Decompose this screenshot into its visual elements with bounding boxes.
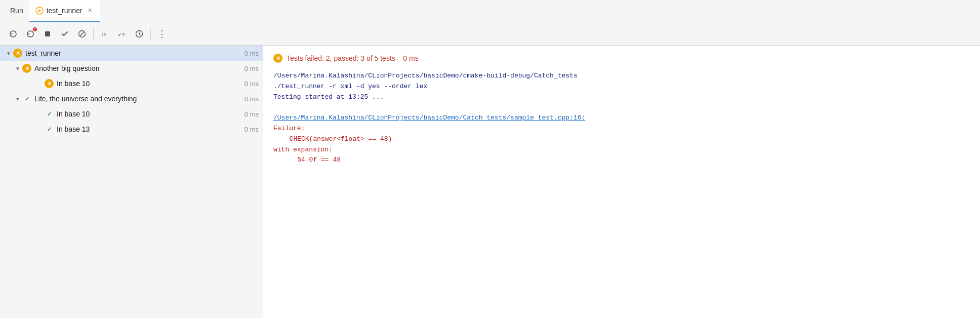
output-line-command: ./test_runner -r xml -d yes --order lex xyxy=(273,82,970,92)
tree-item-life-base10[interactable]: ✓ In base 10 0 ms xyxy=(0,106,263,122)
rerun-button[interactable] xyxy=(5,26,21,42)
pass-icon-base13: ✓ xyxy=(45,125,54,134)
status-header: ✕ Tests failed: 2, passed: 3 of 5 tests … xyxy=(273,54,970,63)
tree-item-root[interactable]: ▾ ✕ test_runner 0 ms xyxy=(0,46,263,61)
tab-close-button[interactable]: ✕ xyxy=(86,6,94,15)
tab-run[interactable]: Run xyxy=(4,0,29,22)
fail-icon-another: ✕ xyxy=(22,64,31,73)
tree-item-root-label: test_runner xyxy=(25,49,233,57)
tree-item-life[interactable]: ▾ ✓ Life, the universe and everything 0 … xyxy=(0,91,263,106)
output-line-blank xyxy=(273,102,970,113)
toolbar: ! ↕≡ ↙≡ ⋮ xyxy=(0,22,980,46)
main-content: ▾ ✕ test_runner 0 ms ▾ ✕ Another big que… xyxy=(0,46,980,318)
chevron-expanded-icon-3: ▾ xyxy=(13,94,22,103)
tab-run-label: Run xyxy=(10,7,23,15)
tree-item-life-base10-label: In base 10 xyxy=(57,110,233,118)
more-button[interactable]: ⋮ xyxy=(154,26,170,42)
pass-icon-base10: ✓ xyxy=(45,109,54,118)
chevron-expanded-icon: ▾ xyxy=(4,49,13,58)
tree-item-another-base10-label: In base 10 xyxy=(57,80,233,88)
output-line-path: /Users/Marina.Kalashina/CLionProjects/ba… xyxy=(273,71,970,82)
output-line-expansion-label: with expansion: xyxy=(273,145,970,155)
status-fail-icon: ✕ xyxy=(273,54,282,63)
tab-bar: Run test_runner ✕ xyxy=(0,0,980,22)
stop-button[interactable] xyxy=(39,26,56,42)
tree-item-root-time: 0 ms xyxy=(233,50,259,57)
sort-tree-button[interactable]: ↙≡ xyxy=(114,26,130,42)
tree-item-another-big-question[interactable]: ▾ ✕ Another big question 0 ms xyxy=(0,61,263,76)
history-button[interactable] xyxy=(131,26,147,42)
svg-text:↙≡: ↙≡ xyxy=(118,32,125,37)
output-line-link[interactable]: /Users/Marina.Kalashina/CLionProjects/ba… xyxy=(273,113,970,124)
output-line-expansion-value: 54.0f == 48 xyxy=(273,155,970,166)
output-line-failure-label: Failure: xyxy=(273,124,970,134)
sort-alpha-button[interactable]: ↕≡ xyxy=(97,26,113,42)
tab-test-runner-label: test_runner xyxy=(47,7,83,15)
runner-icon xyxy=(35,7,44,15)
tree-item-life-label: Life, the universe and everything xyxy=(34,95,233,103)
filter-pass-button[interactable] xyxy=(57,26,73,42)
tab-test-runner[interactable]: test_runner ✕ xyxy=(29,0,100,22)
output-lines: /Users/Marina.Kalashina/CLionProjects/ba… xyxy=(273,71,970,166)
fail-icon-base10: ✕ xyxy=(45,79,54,88)
tree-item-another-label: Another big question xyxy=(34,64,233,72)
fail-icon-root: ✕ xyxy=(13,49,22,58)
toolbar-separator-1 xyxy=(93,28,94,40)
output-line-info: Testing started at 13:25 ... xyxy=(273,92,970,103)
toolbar-separator-2 xyxy=(150,28,151,40)
status-text: Tests failed: 2, passed: 3 of 5 tests – … xyxy=(287,54,419,62)
tree-item-another-base10[interactable]: ✕ In base 10 0 ms xyxy=(0,76,263,91)
chevron-expanded-icon-2: ▾ xyxy=(13,64,22,73)
svg-text:↕≡: ↕≡ xyxy=(101,32,106,37)
tree-item-life-time: 0 ms xyxy=(233,95,259,103)
output-line-check: CHECK(answer<float> == 48) xyxy=(273,134,970,145)
test-tree-panel: ▾ ✕ test_runner 0 ms ▾ ✕ Another big que… xyxy=(0,46,263,318)
pass-icon-life: ✓ xyxy=(22,94,31,103)
tree-item-life-base13-label: In base 13 xyxy=(57,125,233,133)
rerun-failed-button[interactable]: ! xyxy=(22,26,38,42)
tree-item-another-time: 0 ms xyxy=(233,65,259,72)
filter-skip-button[interactable] xyxy=(74,26,90,42)
tree-item-life-base13[interactable]: ✓ In base 13 0 ms xyxy=(0,122,263,137)
tree-item-another-base10-time: 0 ms xyxy=(233,80,259,88)
tree-item-life-base13-time: 0 ms xyxy=(233,126,259,133)
svg-rect-1 xyxy=(45,31,50,36)
tree-item-life-base10-time: 0 ms xyxy=(233,110,259,118)
output-panel: ✕ Tests failed: 2, passed: 3 of 5 tests … xyxy=(263,46,980,318)
